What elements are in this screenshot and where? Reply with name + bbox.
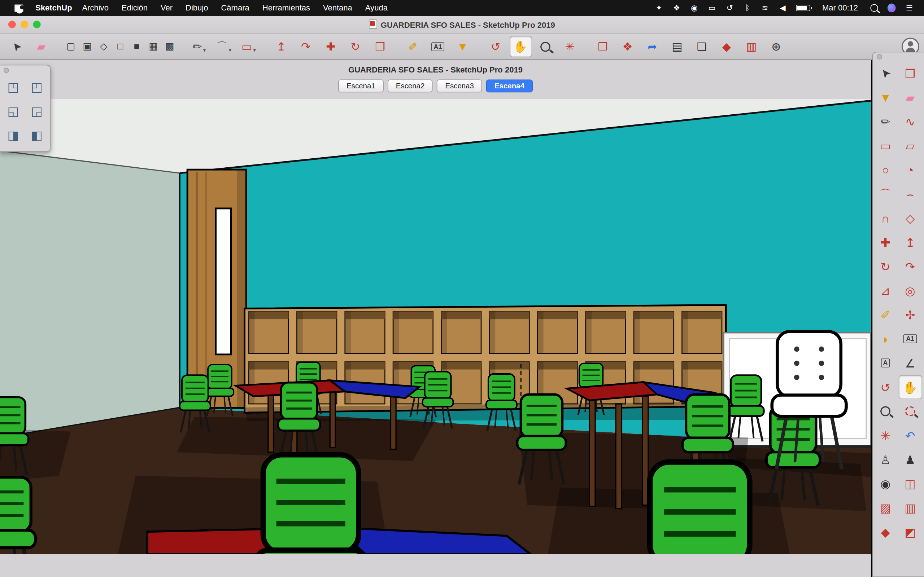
arc-tool[interactable]: ⌒ <box>874 182 897 206</box>
view-front-button[interactable]: ◱ <box>2 99 25 123</box>
menu-ayuda[interactable]: Ayuda <box>359 3 394 12</box>
dimension-tool[interactable]: ∠ <box>898 351 922 375</box>
apple-menu-icon[interactable] <box>14 4 23 12</box>
menu-ventana[interactable]: Ventana <box>317 3 359 12</box>
bluetooth-icon[interactable]: ᛒ <box>740 2 755 14</box>
walk-tool[interactable]: ♟ <box>898 448 922 472</box>
display-icon[interactable]: ▭ <box>704 2 719 14</box>
paint-bucket-tool[interactable]: ▼ <box>874 85 897 110</box>
orbit-tool[interactable]: ↺ <box>485 36 507 57</box>
tab-escena4[interactable]: Escena4 <box>486 79 533 92</box>
line-tool[interactable]: ✏▾ <box>188 36 210 57</box>
look-around-tool[interactable]: ◉ <box>874 472 897 496</box>
follow-me-tool[interactable]: ↷ <box>295 36 318 57</box>
orbit-tool[interactable]: ↺ <box>874 375 897 399</box>
palette-close-button[interactable] <box>3 68 9 73</box>
menu-camara[interactable]: Cámara <box>215 3 255 12</box>
wifi-icon[interactable]: ≋ <box>757 2 772 14</box>
style-shaded-textures-button[interactable]: ▦ <box>146 36 162 57</box>
minimize-window-button[interactable] <box>21 21 28 28</box>
time-machine-icon[interactable]: ↺ <box>722 2 737 14</box>
materials-window-button[interactable]: ◆ <box>716 36 738 57</box>
viewport-3d-scene[interactable] <box>0 99 871 554</box>
volume-icon[interactable]: ◀ <box>775 2 790 14</box>
position-camera-tool[interactable]: ♙ <box>874 448 897 472</box>
rectangle-tool[interactable]: ▭ <box>874 134 897 158</box>
menu-dibujo[interactable]: Dibujo <box>179 3 215 12</box>
tab-escena1[interactable]: Escena1 <box>338 79 383 92</box>
battery-icon[interactable] <box>796 5 810 11</box>
arc-tool[interactable]: ⌒▾ <box>213 36 235 57</box>
tape-measure-tool[interactable]: ✐ <box>402 36 425 57</box>
rotate-tool[interactable]: ↻ <box>874 254 897 279</box>
eraser-tool[interactable]: ▰ <box>898 85 922 110</box>
scale-tool[interactable]: ⊿ <box>874 279 897 303</box>
styles-tool[interactable]: ◆ <box>874 520 897 544</box>
two-point-arc-tool[interactable]: ⌢ <box>898 182 922 206</box>
zoom-tool[interactable] <box>535 36 557 57</box>
tab-escena2[interactable]: Escena2 <box>388 79 433 92</box>
zoom-window-tool[interactable] <box>898 399 922 423</box>
style-monochrome-button[interactable]: ▩ <box>163 36 178 57</box>
model-info-button[interactable]: ▤ <box>667 36 689 57</box>
view-iso-button[interactable]: ◳ <box>2 75 25 99</box>
components-window-button[interactable]: ❏ <box>691 36 714 57</box>
three-point-arc-tool[interactable]: ∩ <box>874 206 897 230</box>
rotated-rectangle-tool[interactable]: ▱ <box>898 134 922 158</box>
pie-tool[interactable]: ◔ <box>898 158 922 182</box>
network-icon[interactable]: ◉ <box>687 2 702 14</box>
menu-edicion[interactable]: Edición <box>115 3 154 12</box>
3d-text-tool[interactable]: A <box>874 351 897 375</box>
previous-view-button[interactable]: ↶ <box>898 423 922 448</box>
polygon-tool[interactable]: ◇ <box>898 206 922 230</box>
pan-tool[interactable]: ✋ <box>510 36 532 57</box>
push-pull-tool[interactable]: ↥ <box>270 36 293 57</box>
styles-window-button[interactable]: ❖ <box>617 36 639 57</box>
view-back-button[interactable]: ◨ <box>2 123 25 147</box>
select-tool[interactable]: ➤ <box>874 61 897 85</box>
follow-me-tool[interactable]: ↷ <box>898 254 922 279</box>
axes-tool[interactable]: ✢ <box>898 303 922 327</box>
style-back-edges-button[interactable]: ▣ <box>80 36 95 57</box>
style-xray-button[interactable]: ▢ <box>63 36 79 57</box>
menu-herramientas[interactable]: Herramientas <box>256 3 317 12</box>
menu-ver[interactable]: Ver <box>154 3 179 12</box>
classroom-3d-model[interactable] <box>0 99 871 554</box>
make-component-tool[interactable]: ❒ <box>370 36 392 57</box>
layers-window-button[interactable]: ▥ <box>741 36 763 57</box>
move-tool[interactable]: ✚ <box>874 230 897 254</box>
pan-tool[interactable]: ✋ <box>898 375 922 399</box>
line-tool[interactable]: ✏ <box>874 110 897 134</box>
siri-icon[interactable] <box>884 2 899 14</box>
style-wireframe-button[interactable]: ◇ <box>97 36 112 57</box>
view-top-button[interactable]: ◰ <box>25 75 48 99</box>
tape-measure-tool[interactable]: ✐ <box>874 303 897 327</box>
paint-bucket-tool[interactable]: ▼ <box>452 36 474 57</box>
notification-list-icon[interactable]: ☰ <box>901 2 917 14</box>
section-plane-tool[interactable]: ◫ <box>898 472 922 496</box>
style-hidden-line-button[interactable]: □ <box>113 36 128 57</box>
add-location-button[interactable]: ⊕ <box>766 36 788 57</box>
section-cut-tool[interactable]: ▥ <box>898 496 922 520</box>
zoom-extents-tool[interactable]: ✳ <box>874 423 897 448</box>
move-tool[interactable]: ✚ <box>320 36 342 57</box>
select-tool[interactable]: ➤ <box>6 36 28 57</box>
text-tool[interactable]: A1 <box>898 327 922 351</box>
share-model-button[interactable]: ➦ <box>642 36 664 57</box>
view-right-button[interactable]: ◲ <box>25 99 48 123</box>
search-icon[interactable] <box>866 2 881 14</box>
zoom-extents-tool[interactable]: ✳ <box>559 36 582 57</box>
freehand-tool[interactable]: ∿ <box>898 110 922 134</box>
push-pull-tool[interactable]: ↥ <box>898 230 922 254</box>
zoom-window-button[interactable] <box>33 21 40 28</box>
eraser-tool[interactable]: ▰ <box>31 36 53 57</box>
circle-tool[interactable]: ○ <box>874 158 897 182</box>
zoom-tool[interactable] <box>874 399 897 423</box>
section-fill-tool[interactable]: ▨ <box>874 496 897 520</box>
rotate-tool[interactable]: ↻ <box>345 36 367 57</box>
close-window-button[interactable] <box>8 21 16 28</box>
offset-tool[interactable]: ◎ <box>898 279 922 303</box>
shapes-tool[interactable]: ▭▾ <box>237 36 260 57</box>
photos-icon[interactable]: ❖ <box>669 2 684 14</box>
view-left-button[interactable]: ◧ <box>25 123 48 147</box>
